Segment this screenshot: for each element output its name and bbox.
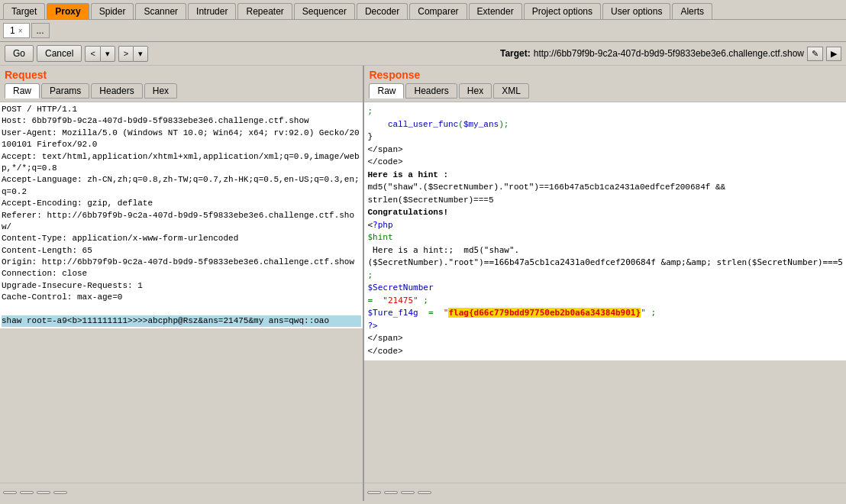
req-bottom-btn-4[interactable]	[53, 491, 67, 494]
target-label: Target:	[500, 48, 531, 59]
main-tab-bar: Target Proxy Spider Scanner Intruder Rep…	[0, 0, 846, 20]
second-tab-bar: 1 × ...	[0, 20, 846, 42]
resp-bottom-btn-4[interactable]	[418, 491, 431, 494]
response-paren-1: (	[458, 120, 463, 129]
request-tabs: Raw Params Headers Hex	[5, 83, 358, 99]
response-code-11: ;	[651, 308, 656, 318]
response-code-10: "flag{d66c779bdd97750eb2b0a6a34384b901}"	[444, 308, 646, 318]
response-scroll-container: ; call_user_func($my_ans);}</span> </cod…	[364, 102, 846, 483]
cancel-button[interactable]: Cancel	[37, 45, 82, 62]
request-title: Request	[5, 69, 358, 81]
response-text-2: call_user_func	[388, 120, 458, 129]
tab-spider[interactable]: Spider	[91, 3, 134, 19]
main-content: Request Raw Params Headers Hex POST / HT…	[0, 66, 846, 501]
target-info: Target: http://6bb79f9b-9c2a-407d-b9d9-5…	[500, 47, 841, 61]
more-tabs-button[interactable]: ...	[31, 23, 50, 38]
tab-project-options[interactable]: Project options	[524, 3, 601, 19]
back-dropdown-button[interactable]: ▾	[100, 46, 115, 62]
resp-bottom-btn-2[interactable]	[384, 491, 398, 494]
request-scroll-container: POST / HTTP/1.1 Host: 6bb79f9b-9c2a-407d…	[0, 102, 363, 483]
target-url: http://6bb79f9b-9c2a-407d-b9d9-5f9833ebe…	[534, 48, 804, 59]
tab-comparer[interactable]: Comparer	[409, 3, 467, 19]
tab-proxy[interactable]: Proxy	[47, 3, 89, 19]
request-body-highlighted: shaw root=-a9<b>111111111>>>>abcphp@Rsz&…	[2, 315, 361, 327]
req-bottom-btn-1[interactable]	[3, 491, 17, 494]
flag-value: flag{d66c779bdd97750eb2b0a6a34384b901}	[448, 308, 641, 318]
resp-bottom-btn-3[interactable]	[401, 491, 415, 494]
response-code-9: =	[423, 308, 438, 318]
request-pane-header: Request Raw Params Headers Hex	[0, 66, 363, 102]
target-edit-button[interactable]: ✎	[807, 47, 823, 61]
request-pane: Request Raw Params Headers Hex POST / HT…	[0, 66, 364, 501]
response-code-5	[438, 283, 444, 292]
forward-nav-group: > ▾	[118, 46, 148, 62]
request-text: POST / HTTP/1.1 Host: 6bb79f9b-9c2a-407d…	[2, 104, 361, 315]
target-action-button[interactable]: ▶	[826, 47, 841, 61]
response-hint-text: md5("shaw".($SecretNumber)."root")==166b…	[367, 183, 725, 205]
tab-sequencer[interactable]: Sequencer	[294, 3, 355, 19]
response-ture: $Ture_f14g	[367, 308, 418, 318]
response-code-12: ?>	[367, 321, 377, 331]
response-hint-label: Here is a hint :	[367, 170, 448, 179]
response-content-area[interactable]: ; call_user_func($my_ans);}</span> </cod…	[364, 102, 846, 360]
response-php-tag: <?php$hint	[367, 220, 398, 243]
response-code-6: =	[367, 296, 377, 305]
second-tab-label: 1	[10, 25, 15, 36]
request-bottom-bar	[0, 483, 363, 501]
response-span-close: span	[378, 145, 398, 154]
tab-scanner[interactable]: Scanner	[135, 3, 186, 19]
response-tab-raw[interactable]: Raw	[369, 83, 404, 99]
response-code-3: Here is a hint:; md5("shaw".($SecretNumb…	[367, 245, 843, 268]
response-congrats: Congratulations!	[367, 208, 448, 217]
response-code-4: ;	[367, 270, 373, 280]
req-bottom-btn-3[interactable]	[37, 491, 50, 494]
tab-repeater[interactable]: Repeater	[237, 3, 292, 19]
resp-bottom-btn-1[interactable]	[367, 491, 381, 494]
toolbar: Go Cancel < ▾ > ▾ Target: http://6bb79f9…	[0, 42, 846, 66]
go-button[interactable]: Go	[5, 45, 34, 62]
response-code-8: ;	[423, 296, 428, 305]
response-paren-2: );	[499, 120, 509, 129]
response-secret-var: $SecretNumber	[367, 283, 433, 292]
response-text-3: $my_ans	[463, 120, 499, 129]
request-tab-headers[interactable]: Headers	[91, 83, 142, 99]
response-text-1: ;	[367, 107, 373, 116]
tab-target[interactable]: Target	[3, 3, 45, 19]
forward-dropdown-button[interactable]: ▾	[133, 46, 148, 62]
response-code-block: <?php$hint Here is a hint:; md5("shaw".(…	[367, 220, 843, 331]
tab-alerts[interactable]: Alerts	[672, 3, 712, 19]
response-code-close: code	[378, 157, 398, 166]
tab-intruder[interactable]: Intruder	[188, 3, 236, 19]
request-tab-raw[interactable]: Raw	[5, 83, 40, 99]
tab-extender[interactable]: Extender	[469, 3, 522, 19]
response-pane: Response Raw Headers Hex XML ; call_user…	[364, 66, 846, 501]
back-nav-group: < ▾	[85, 46, 115, 62]
response-tab-xml[interactable]: XML	[493, 83, 529, 99]
forward-button[interactable]: >	[118, 46, 133, 62]
req-bottom-btn-2[interactable]	[20, 491, 34, 494]
close-tab-icon[interactable]: ×	[18, 27, 23, 35]
response-tab-headers[interactable]: Headers	[405, 83, 457, 99]
response-bottom-bar	[364, 483, 846, 501]
request-content-area[interactable]: POST / HTTP/1.1 Host: 6bb79f9b-9c2a-407d…	[0, 102, 363, 328]
back-button[interactable]: <	[85, 46, 99, 62]
tab-user-options[interactable]: User options	[602, 3, 670, 19]
request-tab-params[interactable]: Params	[41, 83, 89, 99]
second-tab-1[interactable]: 1 ×	[3, 23, 30, 38]
response-pane-header: Response Raw Headers Hex XML	[364, 66, 846, 102]
tab-decoder[interactable]: Decoder	[357, 3, 408, 19]
response-code-7: "21475"	[383, 296, 418, 305]
response-title: Response	[369, 69, 841, 81]
request-tab-hex[interactable]: Hex	[144, 83, 177, 99]
response-tabs: Raw Headers Hex XML	[369, 83, 841, 99]
response-tab-hex[interactable]: Hex	[459, 83, 492, 99]
